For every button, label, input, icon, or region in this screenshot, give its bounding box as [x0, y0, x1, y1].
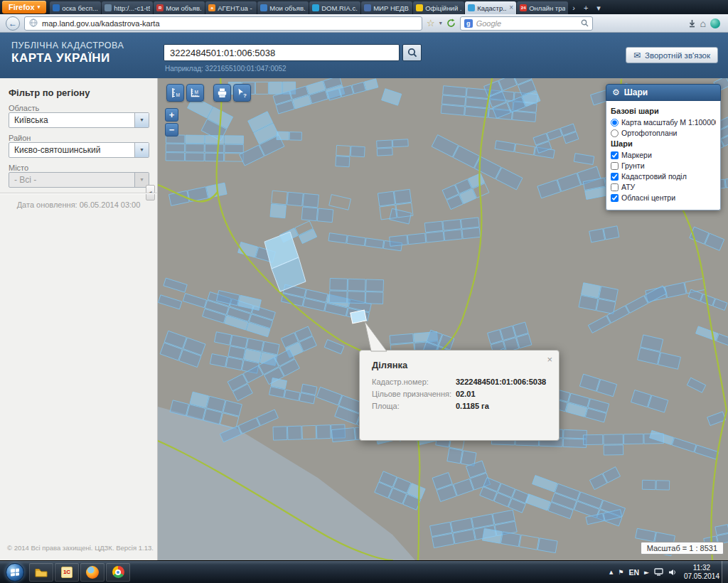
layers-panel-header[interactable]: ⚙ Шари [606, 84, 721, 101]
cadastral-search-input[interactable] [164, 44, 400, 61]
layer-checkbox[interactable] [611, 151, 619, 159]
url-bar[interactable]: map.land.gov.ua/kadastrova-karta [24, 16, 422, 31]
district-select-value: Києво-святошинський [14, 145, 100, 155]
base-layer-radio[interactable] [611, 119, 619, 127]
layer-option[interactable]: Обласні центри [611, 193, 716, 202]
tab-label: Офіційний ... [425, 4, 461, 12]
url-text: map.land.gov.ua/kadastrova-karta [42, 19, 160, 28]
web-search-box[interactable]: g [460, 16, 593, 31]
print-button[interactable] [213, 84, 231, 102]
layer-checkbox[interactable] [611, 194, 619, 202]
base-layer-radio[interactable] [611, 129, 619, 137]
tab-label: оска бесп... [62, 4, 98, 12]
browser-tab-active[interactable]: Кадастр... × [465, 1, 516, 14]
layer-checkbox[interactable] [611, 173, 619, 181]
tray-expand-icon[interactable]: ▲ [609, 569, 613, 575]
language-indicator[interactable]: EN [628, 568, 639, 577]
list-all-tabs-button[interactable]: ▾ [592, 1, 605, 14]
layer-option[interactable]: Кадастровий поділ [611, 172, 716, 181]
gear-icon: ⚙ [612, 87, 620, 97]
identify-button[interactable]: ? [233, 84, 251, 102]
show-desktop-button[interactable] [722, 561, 728, 583]
bookmark-star-icon[interactable]: ☆ [427, 18, 435, 28]
chevron-down-icon: ▾ [38, 4, 41, 10]
chevron-down-icon[interactable]: ▾ [134, 143, 149, 157]
tab-label: DOM.RIA.c... [321, 4, 358, 12]
popup-row-label: Кадастр.номер: [372, 378, 456, 386]
volume-icon[interactable] [668, 566, 677, 579]
folder-icon [35, 567, 48, 577]
search-magnifier-icon[interactable] [581, 17, 589, 30]
region-select[interactable]: Київська ▾ [9, 112, 149, 128]
base-layers-title: Базові шари [611, 107, 716, 115]
layers-panel: ⚙ Шари Базові шари Карта масштабу М 1:10… [606, 84, 721, 210]
measure-area-button[interactable]: М [186, 84, 204, 102]
browser-tab[interactable]: МИР НЕДВ... [361, 1, 412, 14]
firefox-icon [86, 566, 99, 579]
base-layer-option[interactable]: Карта масштабу М 1:100000 [611, 118, 716, 127]
layer-checkbox[interactable] [611, 162, 619, 170]
back-button[interactable]: ← [6, 16, 20, 31]
base-layer-label: Ортофотоплани [621, 129, 677, 137]
browser-tab[interactable]: оска бесп... [50, 1, 101, 14]
url-dropdown-icon[interactable]: ▾ [439, 20, 442, 26]
download-icon[interactable] [688, 19, 696, 28]
taskbar-chrome-button[interactable] [106, 563, 130, 582]
search-button[interactable] [402, 44, 422, 61]
taskbar-firefox-button[interactable] [80, 563, 105, 582]
web-search-input[interactable] [476, 19, 577, 28]
feedback-button[interactable]: ✉ Зворотній зв'язок [626, 47, 718, 63]
popup-title: Ділянка [372, 360, 559, 370]
start-button[interactable] [6, 563, 24, 582]
network-icon[interactable] [654, 566, 663, 579]
browser-tab[interactable]: 24 Онлайн тра... [517, 1, 568, 14]
layer-option[interactable]: Грунти [611, 161, 716, 170]
browser-tab[interactable]: Офіційний ... [413, 1, 464, 14]
district-label: Район [9, 134, 31, 142]
browser-tab[interactable]: DOM.RIA.c... [309, 1, 360, 14]
taskbar-explorer-button[interactable] [29, 563, 53, 582]
measure-length-button[interactable]: М [166, 84, 184, 102]
layer-label: АТУ [621, 183, 635, 191]
map-toolbar: М М ? [166, 84, 251, 102]
google-logo-icon: g [464, 19, 473, 28]
region-select-value: Київська [14, 115, 48, 125]
new-tab-button[interactable]: + [579, 1, 592, 14]
page-header: ПУБЛІЧНА КАДАСТРОВА КАРТА УКРАЇНИ Наприк… [0, 33, 728, 78]
browser-tab[interactable]: a АГЕНТ.ua - ... [205, 1, 257, 14]
map-canvas[interactable]: М М ? + − ⚙ Шари Базові шари Карта масшт… [158, 78, 728, 560]
popup-row: Кадастр.номер:3222484501:01:006:5038 [372, 378, 559, 386]
popup-close-button[interactable]: × [547, 354, 552, 365]
home-icon[interactable]: ⌂ [700, 18, 706, 28]
search-hint: Наприклад: 3221655100:01:047:0052 [165, 65, 287, 73]
reload-icon[interactable] [446, 18, 456, 28]
tray-play-icon[interactable]: ► [644, 569, 649, 576]
1c-icon: 1С [61, 567, 73, 578]
tab-label: Мои объяв... [166, 4, 202, 12]
layer-option[interactable]: АТУ [611, 183, 716, 191]
layer-checkbox[interactable] [611, 183, 619, 191]
layer-option[interactable]: Маркери [611, 151, 716, 159]
chevron-down-icon[interactable]: ▾ [134, 113, 149, 127]
tab-label: АГЕНТ.ua - ... [218, 4, 254, 12]
svg-text:?: ? [243, 92, 247, 99]
tab-close-icon[interactable]: × [509, 4, 513, 11]
taskbar-1c-button[interactable]: 1С [55, 563, 79, 582]
tray-flag-icon[interactable]: ⚑ [618, 569, 623, 576]
base-layer-option[interactable]: Ортофотоплани [611, 129, 716, 137]
browser-tab[interactable]: Мои объяв... [257, 1, 309, 14]
district-select[interactable]: Києво-святошинський ▾ [9, 142, 149, 158]
tab-favicon [416, 4, 423, 11]
clock[interactable]: 11:32 07.05.2014 [684, 564, 719, 582]
zoom-out-button[interactable]: − [165, 123, 178, 137]
firefox-menu-button[interactable]: Firefox ▾ [2, 1, 46, 14]
sync-icon[interactable] [710, 18, 720, 28]
zoom-in-button[interactable]: + [165, 108, 178, 122]
browser-tab[interactable]: R Мои объяв... [154, 1, 205, 14]
tab-overflow-button[interactable]: › [568, 1, 579, 14]
update-date-text: Дата оновлення: 06.05.2014 03:00 [0, 200, 157, 209]
screen: Firefox ▾ оска бесп... http:/...-c1-t5 R… [0, 0, 728, 583]
tab-favicon: 24 [520, 4, 527, 11]
browser-tab[interactable]: http:/...-c1-t5 [102, 1, 153, 14]
tab-label: Кадастр... [477, 4, 507, 12]
